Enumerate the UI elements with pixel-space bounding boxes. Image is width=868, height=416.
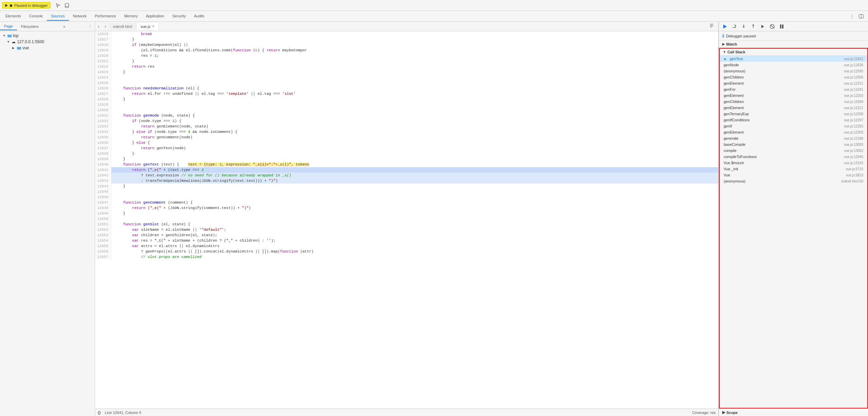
server-label: 127.0.0.1:5500 bbox=[17, 39, 44, 44]
code-line-12642: 12642 ? text.expression // no need for (… bbox=[95, 173, 718, 178]
tab-security[interactable]: Security bbox=[168, 12, 190, 21]
call-stack-loc-gennode: vue.js:12636 bbox=[844, 63, 863, 67]
call-stack-fn-vueinit: Vue._init bbox=[724, 167, 843, 171]
step-into-btn[interactable] bbox=[739, 23, 748, 30]
call-stack-item-basecompile[interactable]: baseCompile vue.js:13093 bbox=[720, 141, 867, 148]
chevron-icon: ▼ bbox=[7, 40, 10, 44]
call-stack-item-genelement2[interactable]: genElement vue.js:12203 bbox=[720, 92, 867, 99]
watch-collapse-icon: ▶ bbox=[722, 42, 725, 46]
file-panel-more[interactable]: » bbox=[60, 23, 68, 30]
svg-marker-13 bbox=[752, 24, 754, 25]
record-icon: ⏺ bbox=[9, 3, 13, 7]
devtools-topbar: ▶ ⏺ Paused in debugger bbox=[0, 0, 868, 11]
code-line: 12649 } bbox=[95, 211, 718, 216]
call-stack-item-anon2[interactable]: (anonymous) index8.html:50 bbox=[720, 178, 867, 184]
call-stack-loc-compiletofunctions: vue.js:12945 bbox=[844, 155, 863, 159]
tab-audits[interactable]: Audits bbox=[190, 12, 209, 21]
editor-nav-back[interactable]: ‹ bbox=[95, 22, 102, 30]
resume-btn[interactable] bbox=[720, 23, 729, 30]
call-stack-fn-genchildren2: genChildren bbox=[724, 100, 841, 104]
call-stack-fn-genchildren1: genChildren bbox=[724, 75, 841, 79]
svg-marker-14 bbox=[761, 25, 764, 28]
pause-exceptions-btn[interactable] bbox=[777, 23, 786, 30]
call-stack-fn-vuemount: Vue.$mount bbox=[724, 161, 841, 165]
step-over-btn[interactable] bbox=[730, 23, 739, 30]
call-stack-item-genifcond[interactable]: genIfConditions vue.js:12297 bbox=[720, 117, 867, 123]
call-stack-item-genchildren1[interactable]: genChildren vue.js:12595 bbox=[720, 74, 867, 80]
call-stack-list[interactable]: ► genText vue.js:12641 genNode vue.js:12… bbox=[720, 56, 867, 408]
call-stack-item-vuemount[interactable]: Vue.$mount vue.js:13192 bbox=[720, 160, 867, 166]
dock-btn[interactable] bbox=[857, 13, 865, 19]
scope-collapse-icon: ▶ bbox=[722, 410, 725, 415]
device-toggle-btn[interactable] bbox=[63, 2, 71, 9]
code-line: 12617 } bbox=[95, 37, 718, 42]
code-line: 12633 return genElement(node, state) bbox=[95, 124, 718, 129]
call-stack-loc-genchildren1: vue.js:12595 bbox=[844, 75, 863, 79]
tab-page[interactable]: Page bbox=[0, 23, 17, 30]
tab-filesystem[interactable]: Filesystem bbox=[17, 23, 43, 30]
code-line: 12650 bbox=[95, 216, 718, 222]
code-area[interactable]: 12616 break 12617 } 12618 if (maybeCompo… bbox=[95, 31, 718, 409]
code-line: 12654 var res = "_t(" + slotName + (chil… bbox=[95, 238, 718, 243]
editor-tab-vuejs[interactable]: vue.js ✕ bbox=[137, 23, 159, 30]
code-line: 12648 return ("_e(" + (JSON.stringify(co… bbox=[95, 205, 718, 211]
deactivate-breakpoints-btn[interactable] bbox=[768, 23, 777, 30]
tab-elements[interactable]: Elements bbox=[1, 12, 25, 21]
tab-memory[interactable]: Memory bbox=[120, 12, 142, 21]
call-stack-item-gentext[interactable]: ► genText vue.js:12641 bbox=[720, 56, 867, 62]
call-stack-item-genternary[interactable]: genTernaryExp vue.js:12308 bbox=[720, 111, 867, 117]
call-stack-loc-vueinit: vue.js:5715 bbox=[846, 167, 863, 171]
step-out-btn[interactable] bbox=[749, 23, 758, 30]
call-stack-item-compiletofunctions[interactable]: compileToFunctions vue.js:12945 bbox=[720, 154, 867, 160]
cloud-icon: ☁ bbox=[12, 39, 16, 44]
call-stack-item-genfor[interactable]: genFor vue.js:12341 bbox=[720, 86, 867, 92]
tab-console[interactable]: Console bbox=[25, 12, 47, 21]
call-stack-loc-genelement1: vue.js:12221 bbox=[844, 82, 863, 85]
call-stack-item-generate[interactable]: generate vue.js:12186 bbox=[720, 135, 867, 141]
tree-item-top[interactable]: ▼ top bbox=[0, 33, 95, 39]
tab-application[interactable]: Application bbox=[142, 12, 168, 21]
call-stack-section: ▼ Call Stack ► genText vue.js:12641 genN… bbox=[719, 48, 868, 409]
call-stack-item-vueinit[interactable]: Vue._init vue.js:5715 bbox=[720, 166, 867, 172]
call-stack-item-genif[interactable]: genIf vue.js:12282 bbox=[720, 123, 867, 129]
call-stack-item-compile[interactable]: compile vue.js:13062 bbox=[720, 148, 867, 154]
code-line: 12624 bbox=[95, 75, 718, 80]
code-line: 12631 function genNode (node, state) { bbox=[95, 113, 718, 118]
call-stack-item-gennode[interactable]: genNode vue.js:12636 bbox=[720, 62, 867, 68]
tab-sources[interactable]: Sources bbox=[47, 12, 69, 21]
call-stack-loc-genelement2: vue.js:12203 bbox=[844, 94, 863, 98]
call-stack-item-anon1[interactable]: (anonymous) vue.js:12595 bbox=[720, 68, 867, 74]
call-stack-fn-vue: Vue bbox=[724, 173, 843, 177]
editor-nav-forward[interactable]: › bbox=[102, 22, 109, 30]
call-stack-item-genelement4[interactable]: genElement vue.js:12205 bbox=[720, 129, 867, 135]
watch-section-header[interactable]: ▶ Watch bbox=[719, 41, 868, 48]
tab-performance[interactable]: Performance bbox=[91, 12, 120, 21]
call-stack-item-vue[interactable]: Vue vue.js:5810 bbox=[720, 172, 867, 178]
call-stack-header[interactable]: ▼ Call Stack bbox=[720, 49, 867, 56]
scope-section-header[interactable]: ▶ Scope bbox=[719, 409, 868, 416]
inspector-cursor-btn[interactable] bbox=[54, 2, 62, 9]
call-stack-item-genelement3[interactable]: genElement vue.js:12221 bbox=[720, 105, 867, 111]
svg-rect-0 bbox=[65, 3, 69, 7]
editor-tab-index8[interactable]: index8.html bbox=[109, 23, 137, 30]
file-panel-options[interactable]: ⋮ bbox=[86, 23, 95, 30]
tree-item-server[interactable]: ▼ ☁ 127.0.0.1:5500 bbox=[0, 39, 95, 45]
editor-tab-close-btn[interactable]: ✕ bbox=[152, 24, 155, 28]
call-stack-item-genelement1[interactable]: genElement vue.js:12221 bbox=[720, 80, 867, 86]
svg-rect-4 bbox=[7, 35, 12, 37]
call-stack-loc-genternary: vue.js:12308 bbox=[844, 112, 863, 116]
status-braces: {} bbox=[98, 411, 101, 415]
call-stack-fn-anon1: (anonymous) bbox=[724, 69, 841, 73]
tab-network[interactable]: Network bbox=[69, 12, 91, 21]
status-bar: {} Line 12641, Column 5 Coverage: n/a bbox=[95, 409, 718, 416]
tree-item-vue[interactable]: ▶ vue bbox=[0, 45, 95, 51]
more-tabs-btn[interactable]: ⋮ bbox=[848, 13, 856, 20]
vue-label: vue bbox=[22, 46, 29, 50]
step-btn[interactable] bbox=[758, 23, 767, 30]
status-coverage: Coverage: n/a bbox=[692, 411, 716, 415]
code-panel: ‹ › index8.html vue.js ✕ 12616 break 126… bbox=[95, 22, 719, 416]
main-tabs: Elements Console Sources Network Perform… bbox=[0, 11, 868, 22]
call-stack-item-genchildren2[interactable]: genChildren vue.js:12589 bbox=[720, 99, 867, 105]
call-stack-loc-genelement3: vue.js:12221 bbox=[844, 106, 863, 110]
format-btn[interactable] bbox=[708, 23, 716, 30]
